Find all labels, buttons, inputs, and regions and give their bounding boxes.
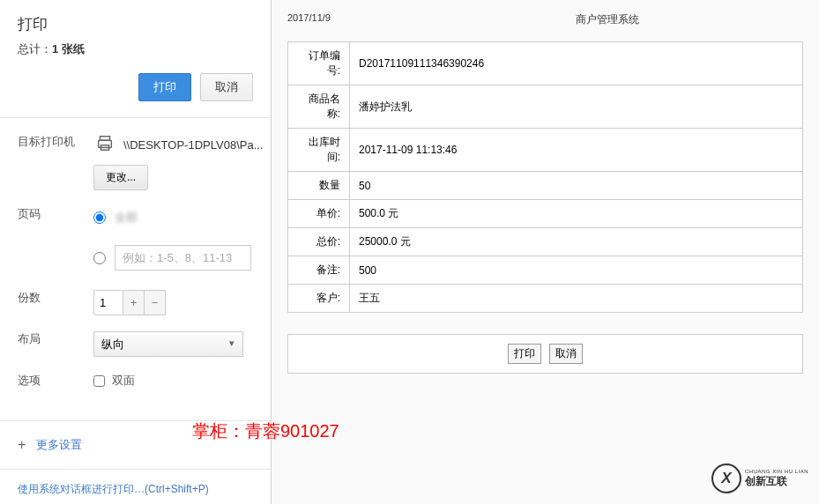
layout-label: 布局 <box>18 331 93 357</box>
more-settings-button[interactable]: + 更多设置 <box>0 421 271 469</box>
pages-all-label: 全部 <box>115 210 253 226</box>
target-printer-label: 目标打印机 <box>18 134 93 190</box>
row-value: 500.0 元 <box>350 200 803 228</box>
options-label: 选项 <box>18 373 93 389</box>
action-buttons: 打印 取消 <box>0 66 271 117</box>
pages-range-radio[interactable] <box>93 252 106 264</box>
row-key: 订单编号: <box>288 42 350 85</box>
page-summary: 总计：1 张纸 <box>18 41 253 57</box>
row-key: 商品名称: <box>288 85 350 129</box>
row-value: 500 <box>350 256 803 285</box>
row-value: D20171109111346390246 <box>350 42 803 85</box>
row-key: 出库时间: <box>288 129 350 172</box>
row-value: 2017-11-09 11:13:46 <box>350 129 803 172</box>
print-preview: 2017/11/9 商户管理系统 订单编号:D20171109111346390… <box>272 0 819 504</box>
table-row: 订单编号:D20171109111346390246 <box>288 42 803 85</box>
pages-all-radio[interactable] <box>93 211 106 224</box>
printer-name: \\DESKTOP-1DPLV08\Pa... <box>123 138 263 152</box>
brand-logo: X CHUANG XIN HU LIAN 创新互联 <box>711 463 808 493</box>
row-key: 客户: <box>288 285 350 313</box>
copies-decrement[interactable]: − <box>145 290 166 315</box>
preview-actions: 打印 取消 <box>287 334 803 374</box>
table-row: 备注:500 <box>288 256 803 285</box>
copies-increment[interactable]: + <box>123 290 145 315</box>
row-key: 总价: <box>288 228 350 256</box>
table-row: 出库时间:2017-11-09 11:13:46 <box>288 129 803 172</box>
order-table: 订单编号:D20171109111346390246商品名称:潘婷护法乳出库时间… <box>287 41 803 313</box>
preview-header: 2017/11/9 商户管理系统 <box>287 12 803 27</box>
layout-select[interactable]: 纵向 <box>93 331 243 357</box>
system-dialog-link[interactable]: 使用系统对话框进行打印…(Ctrl+Shift+P) <box>0 469 271 504</box>
duplex-label: 双面 <box>112 373 135 389</box>
target-printer-row: 目标打印机 \\DESKTOP-1DPLV08\Pa... 更改... <box>0 118 271 190</box>
table-row: 客户:王五 <box>288 285 803 313</box>
options-row: 选项 双面 <box>0 357 271 404</box>
copies-label: 份数 <box>18 290 93 315</box>
row-key: 单价: <box>288 200 350 228</box>
print-dialog-sidebar: 打印 总计：1 张纸 打印 取消 目标打印机 \\DESKTOP-1DPLV08… <box>0 0 272 504</box>
preview-print-button[interactable]: 打印 <box>508 344 541 364</box>
change-printer-button[interactable]: 更改... <box>93 165 148 190</box>
sidebar-header: 打印 总计：1 张纸 <box>0 0 271 66</box>
layout-row: 布局 纵向 <box>0 315 271 357</box>
print-button[interactable]: 打印 <box>138 73 191 101</box>
logo-icon: X <box>711 463 741 493</box>
table-row: 数量50 <box>288 172 803 200</box>
row-value: 50 <box>350 172 803 200</box>
row-key: 数量 <box>288 172 350 200</box>
table-row: 单价:500.0 元 <box>288 200 803 228</box>
preview-cancel-button[interactable]: 取消 <box>549 344 583 364</box>
copies-row: 份数 + − <box>0 274 271 315</box>
dialog-title: 打印 <box>18 14 253 34</box>
row-value: 王五 <box>350 285 803 313</box>
plus-icon: + <box>18 437 26 453</box>
table-row: 总价:25000.0 元 <box>288 228 803 256</box>
pages-row: 页码 全部 <box>0 190 271 274</box>
pages-range-input[interactable] <box>115 245 251 271</box>
preview-title: 商户管理系统 <box>340 12 803 27</box>
copies-input[interactable] <box>93 290 123 315</box>
duplex-checkbox[interactable] <box>93 375 105 387</box>
cancel-button[interactable]: 取消 <box>200 73 253 101</box>
row-value: 25000.0 元 <box>350 228 803 256</box>
row-value: 潘婷护法乳 <box>350 85 803 129</box>
preview-date: 2017/11/9 <box>287 12 340 27</box>
row-key: 备注: <box>288 256 350 285</box>
table-row: 商品名称:潘婷护法乳 <box>288 85 803 129</box>
pages-label: 页码 <box>18 206 93 274</box>
printer-icon <box>93 134 116 156</box>
